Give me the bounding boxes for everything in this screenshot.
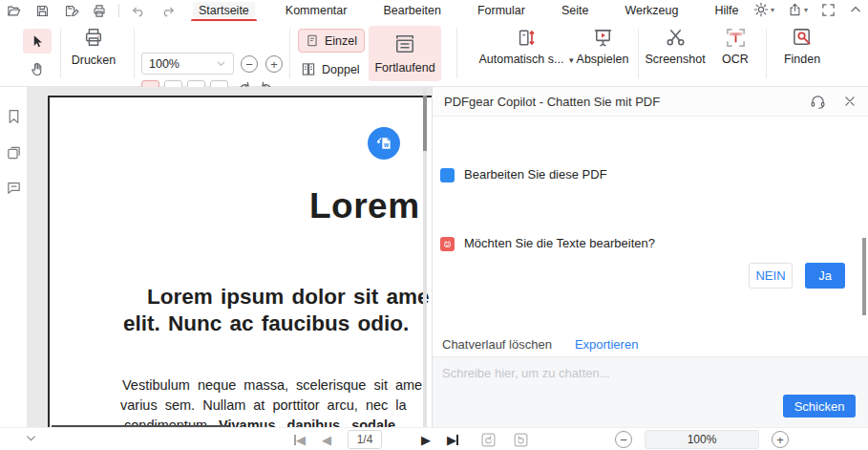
save-as-icon[interactable] <box>61 2 80 19</box>
chevron-down-icon: ▾ <box>804 6 808 14</box>
fullscreen-button[interactable] <box>821 3 836 17</box>
single-page-label: Einzel <box>325 34 357 48</box>
zoom-out-button[interactable]: − <box>241 55 258 73</box>
chevron-down-icon: ▾ <box>771 6 774 14</box>
toolbar-separator <box>134 29 135 78</box>
headset-icon <box>810 94 826 110</box>
single-page-button[interactable]: Einzel <box>298 29 365 53</box>
comment-icon <box>6 180 22 196</box>
double-page-label: Doppel <box>322 63 360 76</box>
comments-panel-button[interactable] <box>6 180 22 196</box>
first-page-button[interactable]: ◀ <box>294 434 306 446</box>
rotate-page-right-button[interactable] <box>513 432 529 448</box>
print-button[interactable]: Drucken <box>67 27 120 67</box>
continuous-view-icon <box>392 33 417 54</box>
zoom-level-display[interactable]: 100% <box>645 430 759 449</box>
toolbar-separator <box>60 29 61 78</box>
ocr-label: OCR <box>714 53 756 66</box>
hand-tool-button[interactable] <box>23 56 52 81</box>
toolbar-separator <box>638 29 639 78</box>
quick-print-icon[interactable] <box>90 2 109 19</box>
double-page-icon <box>301 62 316 76</box>
convert-to-word-badge[interactable]: w <box>368 127 400 160</box>
zoom-in-button-bottom[interactable]: + <box>772 431 789 448</box>
toolbar-separator <box>456 29 457 78</box>
ocr-button[interactable]: OCR <box>714 27 756 66</box>
undo-icon[interactable] <box>129 2 148 19</box>
double-page-button[interactable]: Doppel <box>294 57 367 81</box>
sun-icon <box>753 2 769 17</box>
share-button[interactable]: ▾ <box>788 2 808 17</box>
zoom-in-button[interactable]: + <box>265 55 283 73</box>
tab-hilfe[interactable]: Hilfe <box>709 2 744 19</box>
bookmark-icon <box>6 108 22 125</box>
pages-icon <box>6 144 22 161</box>
bookmarks-panel-button[interactable] <box>6 108 22 125</box>
rotate-page-left-button[interactable] <box>480 432 497 448</box>
find-button[interactable]: Finden <box>775 27 829 66</box>
copilot-message-2: Möchten Sie die Texte bearbeiten? <box>440 236 655 251</box>
auto-scroll-icon <box>516 27 537 49</box>
share-icon <box>788 2 802 17</box>
titlebar-separator <box>118 4 119 17</box>
document-viewport[interactable]: w Lorem Lorem ipsum dolor sit ame elit. … <box>27 87 432 427</box>
word-convert-icon: w <box>373 134 394 153</box>
copilot-panel: PDFgear Copilot - Chatten Sie mit PDF Be… <box>432 87 868 427</box>
play-button[interactable]: Abspielen <box>571 27 634 66</box>
toolbar-separator <box>766 29 767 78</box>
play-label: Abspielen <box>571 53 634 66</box>
close-panel-button[interactable] <box>843 95 857 108</box>
pdf-page[interactable]: w Lorem Lorem ipsum dolor sit ame elit. … <box>48 96 432 427</box>
auto-scroll-label: Automatisch s... <box>479 53 564 66</box>
copilot-message-1-text: Bearbeiten Sie diese PDF <box>464 167 607 182</box>
document-scrollbar-thumb[interactable] <box>423 96 427 151</box>
tab-werkzeug[interactable]: Werkzeug <box>619 2 684 19</box>
tab-bearbeiten[interactable]: Bearbeiten <box>377 2 446 19</box>
collapse-toolbar-button[interactable] <box>849 3 862 16</box>
document-body-line1: Vestibulum neque massa, scelerisque sit … <box>122 377 422 393</box>
panel-scrollbar-thumb[interactable] <box>862 238 866 315</box>
svg-text:w: w <box>383 141 390 148</box>
yes-button[interactable]: Ja <box>805 263 845 289</box>
open-file-icon[interactable] <box>4 2 23 19</box>
hand-icon <box>30 61 45 77</box>
zoom-out-button-bottom[interactable]: − <box>615 431 632 448</box>
send-button[interactable]: Schicken <box>783 395 856 418</box>
auto-scroll-button[interactable]: Automatisch s... ▾ <box>474 27 579 66</box>
redo-icon[interactable] <box>158 2 177 19</box>
clear-chat-link[interactable]: Chatverlauf löschen <box>442 337 552 352</box>
save-icon[interactable] <box>32 2 52 19</box>
theme-toggle[interactable]: ▾ <box>753 2 774 17</box>
robot-icon <box>440 237 455 251</box>
title-bar: Startseite Kommentar Bearbeiten Formular… <box>0 0 868 21</box>
thumbnails-panel-button[interactable] <box>6 144 22 161</box>
tab-seite[interactable]: Seite <box>556 2 595 19</box>
document-title: Lorem <box>309 186 420 226</box>
toolbar-separator <box>289 29 290 78</box>
copilot-message-1: Bearbeiten Sie diese PDF <box>440 167 607 182</box>
menu-tabs: Startseite Kommentar Bearbeiten Formular… <box>193 0 744 21</box>
printer-icon <box>83 27 104 48</box>
chat-input[interactable] <box>442 363 786 382</box>
tab-startseite[interactable]: Startseite <box>193 2 255 19</box>
collapse-sidebar-button[interactable] <box>25 432 37 444</box>
previous-page-button[interactable]: ◀ <box>322 434 331 446</box>
tab-formular[interactable]: Formular <box>472 2 531 19</box>
cursor-arrow-icon <box>31 33 45 50</box>
no-button[interactable]: NEIN <box>749 263 793 289</box>
next-page-button[interactable]: ▶ <box>421 434 431 446</box>
screenshot-button[interactable]: Screenshot <box>642 27 709 66</box>
continuous-view-label: Fortlaufend <box>374 61 434 75</box>
tab-kommentar[interactable]: Kommentar <box>280 2 353 19</box>
chevron-down-icon <box>216 58 226 69</box>
continuous-view-button[interactable]: Fortlaufend <box>369 26 441 81</box>
support-button[interactable] <box>810 94 826 110</box>
left-sidebar <box>0 87 27 427</box>
last-page-button[interactable]: ▶ <box>447 434 458 446</box>
zoom-select[interactable]: 100% <box>141 53 234 75</box>
copilot-message-2-text: Möchten Sie die Texte bearbeiten? <box>464 236 655 250</box>
document-heading-line1: Lorem ipsum dolor sit ame <box>147 285 430 310</box>
page-indicator[interactable]: 1/4 <box>348 430 382 449</box>
select-tool-button[interactable] <box>23 29 52 54</box>
export-chat-link[interactable]: Exportieren <box>575 337 638 352</box>
